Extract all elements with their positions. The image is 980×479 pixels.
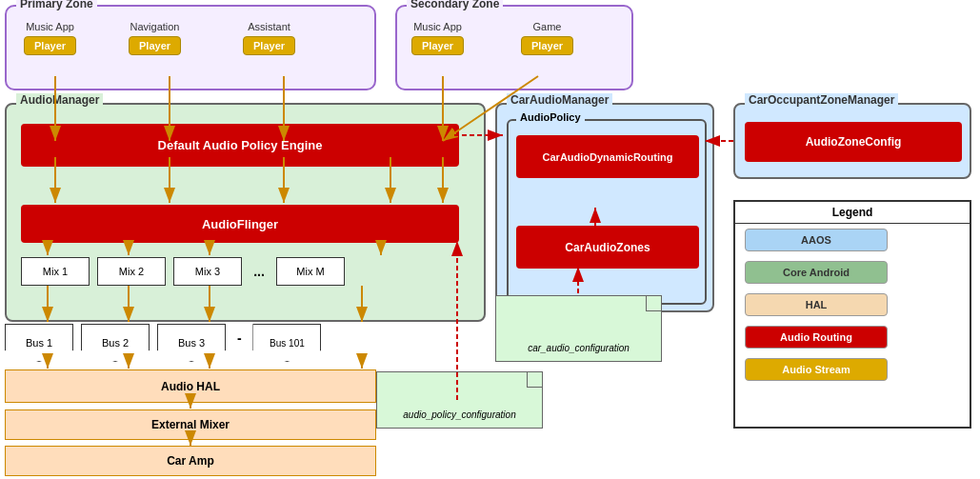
legend-core-android: Core Android — [735, 256, 970, 289]
car-audio-config-file: car_audio_configuration — [495, 295, 662, 362]
primary-zone: Primary Zone Music App Player Navigation… — [5, 5, 376, 90]
car-amp-box: Car Amp — [5, 446, 376, 476]
assistant-player: Assistant Player — [243, 21, 295, 55]
secondary-zone: Secondary Zone Music App Player Game Pla… — [395, 5, 633, 90]
bus-2: Bus 2 — [81, 324, 150, 362]
audio-manager-box: AudioManager Default Audio Policy Engine… — [5, 103, 486, 322]
audio-flinger: AudioFlinger — [21, 205, 459, 243]
audio-manager-label: AudioManager — [16, 93, 103, 107]
audio-policy-label: AudioPolicy — [516, 111, 585, 123]
legend-core-android-color: Core Android — [745, 261, 888, 284]
legend-audio-stream: Audio Stream — [735, 353, 970, 386]
music-player-btn-secondary[interactable]: Player — [411, 36, 464, 55]
legend-hal: HAL — [735, 289, 970, 321]
legend-title: Legend — [735, 202, 970, 224]
assistant-label: Assistant — [248, 21, 290, 32]
mix-m: Mix M — [276, 257, 345, 286]
music-player-btn-primary[interactable]: Player — [24, 36, 76, 55]
external-mixer-box: External Mixer — [5, 409, 376, 440]
mix-3: Mix 3 — [173, 257, 242, 286]
mix-1: Mix 1 — [21, 257, 90, 286]
legend-hal-color: HAL — [745, 293, 888, 316]
bus-row: Bus 1 Bus 2 Bus 3 - Bus 101 — [5, 324, 321, 362]
mix-row: Mix 1 Mix 2 Mix 3 ... Mix M — [21, 257, 345, 286]
assistant-player-btn[interactable]: Player — [243, 36, 295, 55]
bus-3: Bus 3 — [157, 324, 226, 362]
legend-box: Legend AAOS Core Android HAL Audio Routi… — [733, 200, 971, 429]
mix-ellipsis: ... — [250, 257, 269, 286]
music-app-player-secondary: Music App Player — [411, 21, 464, 55]
navigation-label: Navigation — [130, 21, 180, 32]
default-audio-policy-engine: Default Audio Policy Engine — [21, 124, 459, 167]
secondary-zone-label: Secondary Zone — [407, 0, 503, 10]
music-app-label-secondary: Music App — [413, 21, 462, 32]
legend-aaos: AAOS — [735, 224, 970, 256]
car-occupant-zone-manager: CarOccupantZoneManager AudioZoneConfig — [733, 103, 971, 179]
bus-1: Bus 1 — [5, 324, 73, 362]
bus-101: Bus 101 — [252, 324, 321, 362]
music-app-label: Music App — [26, 21, 74, 32]
audio-hal-box: Audio HAL — [5, 369, 376, 403]
car-audio-dynamic-routing: CarAudioDynamicRouting — [516, 135, 699, 178]
car-audio-manager-box: CarAudioManager AudioPolicy CarAudioDyna… — [495, 103, 714, 312]
game-player-btn[interactable]: Player — [521, 36, 573, 55]
bus-dash: - — [233, 324, 245, 362]
car-audio-config-label: car_audio_configuration — [496, 343, 661, 353]
navigation-player-btn[interactable]: Player — [129, 36, 181, 55]
audio-zone-config: AudioZoneConfig — [745, 122, 962, 162]
audio-policy-config-label: audio_policy_configuration — [377, 409, 542, 420]
mix-2: Mix 2 — [97, 257, 166, 286]
legend-aaos-color: AAOS — [745, 229, 888, 251]
diagram: Primary Zone Music App Player Navigation… — [0, 0, 980, 479]
legend-audio-routing: Audio Routing — [735, 321, 970, 353]
navigation-player: Navigation Player — [129, 21, 181, 55]
legend-audio-stream-color: Audio Stream — [745, 358, 888, 381]
game-player: Game Player — [521, 21, 573, 55]
audio-policy-config-file: audio_policy_configuration — [376, 371, 543, 429]
primary-zone-label: Primary Zone — [16, 0, 97, 10]
car-audio-zones: CarAudioZones — [516, 226, 699, 269]
music-app-player-primary: Music App Player — [24, 21, 76, 55]
audio-policy-box: AudioPolicy CarAudioDynamicRouting CarAu… — [507, 119, 707, 305]
car-occupant-zone-label: CarOccupantZoneManager — [745, 93, 898, 107]
game-label: Game — [533, 21, 562, 32]
legend-audio-routing-color: Audio Routing — [745, 326, 888, 349]
car-audio-manager-label: CarAudioManager — [507, 93, 612, 107]
